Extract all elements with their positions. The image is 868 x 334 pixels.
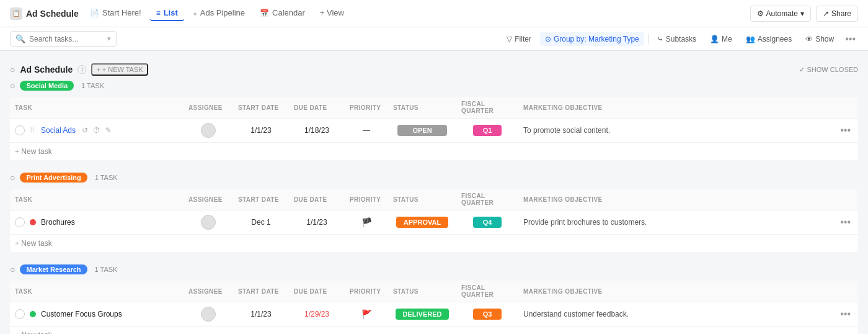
task-checkbox[interactable]	[15, 217, 25, 227]
tab-ads-pipeline-label: Ads Pipeline	[200, 8, 245, 17]
new-task-cell[interactable]: + New task	[10, 235, 858, 253]
row-more-button[interactable]: •••	[838, 125, 853, 136]
marketing-objective: To promote social content.	[523, 126, 610, 135]
drag-handle-icon[interactable]: ⠿	[30, 127, 35, 135]
automate-label: Automate	[766, 9, 798, 18]
group-collapse-button[interactable]: ○	[10, 264, 15, 274]
subtasks-button[interactable]: ⤷ Subtasks	[652, 32, 701, 46]
col-header-priority: PRIORITY	[345, 281, 388, 302]
col-header-marketing-objective: MARKETING OBJECTIVE	[518, 281, 833, 302]
marketing-obj-cell: Provide print brochures to customers.	[518, 210, 833, 235]
start-date: 1/1/23	[250, 126, 271, 135]
toolbar-separator	[648, 34, 649, 45]
tab-list-label: List	[164, 8, 178, 17]
status-badge[interactable]: OPEN	[397, 125, 447, 136]
tab-start-here-label: Start Here!	[102, 8, 141, 17]
col-header-due-date: DUE DATE	[289, 189, 345, 210]
col-header-priority: PRIORITY	[345, 97, 388, 119]
start-date-cell: 1/1/23	[233, 302, 289, 327]
task-checkbox[interactable]	[15, 125, 25, 135]
row-more-button[interactable]: •••	[838, 217, 853, 228]
quarter-badge[interactable]: Q3	[473, 309, 502, 320]
due-date: 1/18/23	[304, 126, 329, 135]
group-by-button[interactable]: ⊙ Group by: Marketing Type	[540, 32, 644, 46]
filter-label: Filter	[515, 35, 531, 43]
col-header-assignee: ASSIGNEE	[184, 281, 233, 302]
edit-icon[interactable]: ✎	[104, 125, 113, 135]
group-collapse-button[interactable]: ○	[10, 173, 15, 183]
tab-start-here[interactable]: 📄 Start Here!	[84, 6, 148, 21]
due-date-cell: 1/29/23	[289, 302, 345, 327]
task-name[interactable]: Brochures	[41, 218, 75, 227]
group-badge-social-media: Social Media	[20, 81, 74, 91]
filter-button[interactable]: ▽ Filter	[502, 32, 536, 46]
search-box[interactable]: 🔍 ▾	[10, 31, 117, 47]
dot-icon	[30, 219, 36, 225]
new-task-cell[interactable]: + New task	[10, 143, 858, 161]
group-social-media: ○ Social Media 1 TASK TASK ASSIGNEE STAR…	[10, 78, 858, 160]
due-date-cell: 1/18/23	[289, 119, 345, 143]
tab-add-view[interactable]: + View	[314, 6, 350, 21]
status-badge[interactable]: DELIVERED	[396, 309, 450, 320]
col-header-fiscal-quarter: FISCAL QUARTER	[456, 97, 518, 119]
pipeline-icon: ⬦	[193, 9, 197, 17]
automate-chevron-icon: ▾	[800, 9, 804, 18]
group-print-advertising-header: ○ Print Advertising 1 TASK	[10, 170, 858, 185]
col-header-status: STATUS	[388, 281, 456, 302]
search-chevron-icon: ▾	[107, 35, 111, 43]
priority-cell: 🏴	[345, 210, 388, 235]
search-input[interactable]	[29, 35, 104, 43]
tab-calendar[interactable]: 📅 Calendar	[254, 6, 311, 21]
status-badge[interactable]: APPROVAL	[396, 217, 448, 228]
show-closed-button[interactable]: ✓ SHOW CLOSED	[799, 66, 858, 74]
quarter-badge[interactable]: Q1	[473, 125, 502, 136]
marketing-objective: Understand customer feedback.	[523, 310, 629, 318]
col-header-task: TASK	[10, 281, 184, 302]
app-title: 📋 Ad Schedule	[10, 7, 79, 20]
row-more-button[interactable]: •••	[838, 309, 853, 320]
me-button[interactable]: 👤 Me	[705, 32, 737, 46]
assignees-button[interactable]: 👥 Assignees	[741, 32, 797, 46]
col-header-action	[833, 97, 858, 119]
task-action-icons: ↺ ⏱ ✎	[81, 125, 113, 135]
col-header-assignee: ASSIGNEE	[184, 189, 233, 210]
task-name[interactable]: Social Ads	[41, 126, 76, 135]
social-media-table: TASK ASSIGNEE START DATE DUE DATE PRIORI…	[10, 97, 858, 160]
show-button[interactable]: 👁 Show	[800, 32, 839, 46]
group-market-research: ○ Market Research 1 TASK TASK ASSIGNEE S…	[10, 262, 858, 334]
task-checkbox[interactable]	[15, 309, 25, 319]
tab-list[interactable]: ≡ List	[150, 6, 184, 21]
info-icon[interactable]: i	[78, 65, 86, 74]
table-row: Customer Focus Groups 1/1/23 1/29/23 🚩	[10, 302, 858, 327]
col-header-marketing-objective: MARKETING OBJECTIVE	[518, 97, 833, 119]
more-options-button[interactable]: •••	[843, 34, 858, 45]
new-task-cell[interactable]: + New task	[10, 327, 858, 335]
subtasks-label: Subtasks	[666, 35, 696, 43]
col-header-due-date: DUE DATE	[289, 281, 345, 302]
expand-button[interactable]: ○	[10, 65, 15, 74]
table-row: ⠿ Social Ads ↺ ⏱ ✎ 1/1/23	[10, 119, 858, 143]
assignee-cell	[184, 210, 233, 235]
avatar	[201, 215, 216, 230]
quarter-badge[interactable]: Q4	[473, 217, 502, 228]
priority-cell: 🚩	[345, 302, 388, 327]
group-collapse-button[interactable]: ○	[10, 81, 15, 91]
show-label: Show	[815, 35, 834, 43]
quarter-cell: Q4	[456, 210, 518, 235]
nav-right-actions: ⚙ Automate ▾ ↗ Share	[750, 6, 858, 22]
app-title-text: Ad Schedule	[26, 9, 79, 19]
task-name-cell: Customer Focus Groups	[10, 302, 184, 327]
new-task-button[interactable]: + + NEW TASK	[91, 63, 148, 76]
start-date-cell: Dec 1	[233, 210, 289, 235]
status-cell: OPEN	[388, 119, 456, 143]
nav-tabs: 📄 Start Here! ≡ List ⬦ Ads Pipeline 📅 Ca…	[84, 6, 350, 21]
eye-icon: 👁	[805, 35, 813, 43]
automate-button[interactable]: ⚙ Automate ▾	[750, 6, 811, 22]
group-badge-market-research: Market Research	[20, 264, 87, 274]
share-button[interactable]: ↗ Share	[816, 6, 858, 22]
timer-icon[interactable]: ⏱	[92, 125, 102, 135]
tab-ads-pipeline[interactable]: ⬦ Ads Pipeline	[187, 6, 251, 21]
task-name[interactable]: Customer Focus Groups	[41, 310, 122, 318]
refresh-icon[interactable]: ↺	[81, 125, 89, 135]
due-date: 1/29/23	[304, 310, 329, 318]
